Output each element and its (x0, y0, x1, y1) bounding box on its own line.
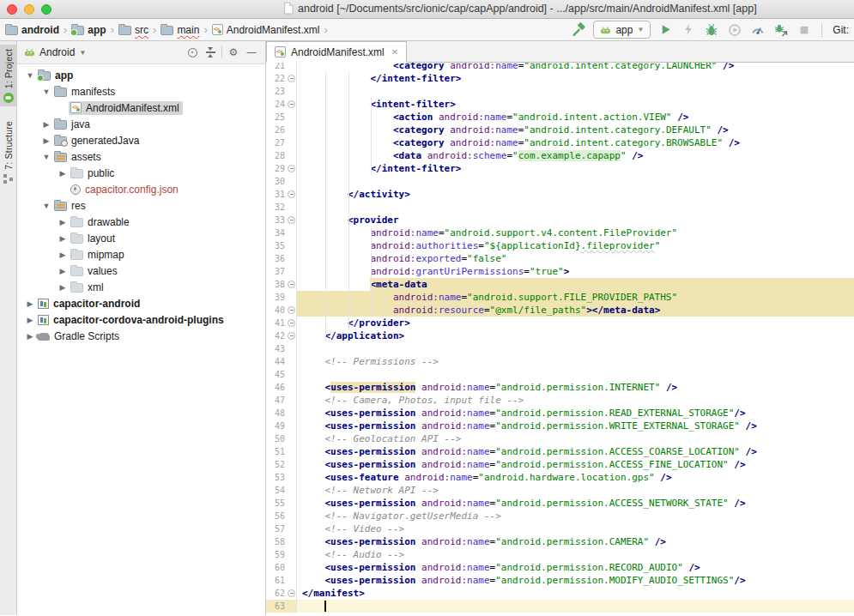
tree-expand-arrow[interactable]: ▶ (40, 136, 52, 145)
code-line-63[interactable]: 63 (266, 600, 854, 613)
code-line-57[interactable]: 57 <!-- Video --> (266, 522, 854, 535)
tree-item-layout[interactable]: ▶layout (17, 230, 265, 246)
tree-item-res[interactable]: ▼res (17, 197, 265, 214)
code-line-22[interactable]: 22 </intent-filter> (266, 72, 854, 85)
breadcrumb-item-androidmanifest-xml[interactable]: AndroidManifest.xml (212, 24, 320, 36)
collapse-all-icon[interactable] (203, 45, 217, 59)
tree-item-public[interactable]: ▶public (17, 165, 265, 181)
profile-button[interactable] (726, 21, 743, 39)
run-configuration-select[interactable]: app ▼ (593, 21, 651, 39)
sidebar-tab-project[interactable]: 1: Project (0, 45, 17, 106)
breadcrumb-item-main[interactable]: main (161, 24, 199, 36)
code-line-30[interactable]: 30 (266, 175, 854, 188)
code-line-35[interactable]: 35 android:authorities="${applicationId}… (266, 239, 854, 252)
tree-expand-arrow[interactable]: ▶ (24, 299, 36, 308)
stop-button[interactable] (796, 21, 813, 39)
tree-expand-arrow[interactable]: ▼ (40, 88, 52, 96)
code-line-49[interactable]: 49 <uses-permission android:name="androi… (266, 420, 854, 432)
tree-expand-arrow[interactable]: ▶ (57, 218, 69, 226)
code-line-23[interactable]: 23 (266, 85, 854, 98)
tree-expand-arrow[interactable]: ▶ (40, 120, 52, 129)
code-line-25[interactable]: 25 <action android:name="android.intent.… (266, 111, 854, 124)
tree-expand-arrow[interactable]: ▼ (40, 202, 52, 210)
code-line-32[interactable]: 32 (266, 201, 854, 214)
code-editor-area[interactable]: 21 <category android:name="android.inten… (266, 63, 854, 615)
tree-expand-arrow[interactable]: ▶ (57, 251, 69, 259)
tree-item-capacitor-cordova-android-plugins[interactable]: ▶capacitor-cordova-android-plugins (17, 311, 265, 328)
tree-item-drawable[interactable]: ▶drawable (17, 214, 265, 230)
breadcrumb-item-app[interactable]: app (71, 24, 106, 36)
code-line-47[interactable]: 47 <!-- Camera, Photos, input file --> (266, 394, 854, 407)
code-line-44[interactable]: 44 <!-- Permissions --> (266, 355, 854, 368)
project-view-select[interactable]: Android (39, 46, 75, 58)
code-line-42[interactable]: 42 </application> (266, 329, 854, 342)
debug-button[interactable] (703, 21, 720, 39)
code-line-58[interactable]: 58 <uses-permission android:name="androi… (266, 535, 854, 548)
minimize-window-button[interactable] (24, 4, 34, 15)
code-line-60[interactable]: 60 <uses-permission android:name="androi… (266, 561, 854, 574)
tree-expand-arrow[interactable]: ▶ (24, 316, 36, 324)
tree-expand-arrow[interactable]: ▶ (57, 267, 69, 275)
breadcrumb-item-src[interactable]: src (118, 24, 148, 36)
tree-item-manifests[interactable]: ▼manifests (17, 83, 265, 100)
tree-expand-arrow[interactable]: ▶ (57, 283, 69, 292)
code-line-37[interactable]: 37 android:grantUriPermissions="true"> (266, 265, 854, 278)
code-line-51[interactable]: 51 <uses-permission android:name="androi… (266, 445, 854, 458)
code-line-28[interactable]: 28 <data android:scheme="com.example.cap… (266, 149, 854, 162)
code-line-50[interactable]: 50 <!-- Geolocation API --> (266, 432, 854, 445)
code-line-55[interactable]: 55 <uses-permission android:name="androi… (266, 497, 854, 510)
tree-expand-arrow[interactable]: ▶ (57, 234, 69, 243)
code-line-48[interactable]: 48 <uses-permission android:name="androi… (266, 407, 854, 420)
fold-icon[interactable] (288, 319, 295, 327)
tree-expand-arrow[interactable]: ▶ (57, 169, 69, 178)
fold-icon[interactable] (288, 75, 295, 82)
code-line-31[interactable]: 31 </activity> (266, 188, 854, 201)
tree-item-app[interactable]: ▼app (17, 67, 265, 83)
settings-gear-icon[interactable]: ⚙ (227, 45, 240, 59)
code-line-52[interactable]: 52 <uses-permission android:name="androi… (266, 458, 854, 471)
code-line-54[interactable]: 54 <!-- Network API --> (266, 484, 854, 497)
code-line-36[interactable]: 36 android:exported="false" (266, 252, 854, 265)
tree-expand-arrow[interactable]: ▶ (24, 332, 36, 341)
tree-item-assets[interactable]: ▼assets (17, 148, 265, 165)
fold-icon[interactable] (288, 589, 295, 597)
fold-icon[interactable] (288, 332, 295, 340)
code-line-27[interactable]: 27 <category android:name="android.inten… (266, 136, 854, 149)
breadcrumb-item-android[interactable]: android (5, 24, 59, 36)
tree-item-androidmanifest-xml[interactable]: AndroidManifest.xml (17, 100, 265, 116)
sidebar-tab-structure[interactable]: 7: Structure (0, 117, 17, 187)
tree-item-capacitor-android[interactable]: ▶capacitor-android (17, 295, 265, 311)
fold-icon[interactable] (288, 306, 295, 314)
code-line-21[interactable]: 21 <category android:name="android.inten… (266, 63, 854, 72)
fold-icon[interactable] (288, 216, 295, 224)
hide-panel-icon[interactable]: — (245, 45, 258, 59)
build-hammer-icon[interactable] (570, 21, 587, 39)
tree-item-java[interactable]: ▶java (17, 116, 265, 132)
fold-icon[interactable] (288, 190, 295, 198)
editor-tab-androidmanifest[interactable]: AndroidManifest.xml ✕ (266, 41, 407, 63)
code-line-34[interactable]: 34 android:name="android.support.v4.cont… (266, 226, 854, 239)
fold-icon[interactable] (288, 100, 295, 108)
zoom-window-button[interactable] (41, 4, 51, 15)
code-line-62[interactable]: 62</manifest> (266, 587, 854, 600)
tree-item-gradle-scripts[interactable]: ▶Gradle Scripts (17, 328, 265, 344)
tree-item-values[interactable]: ▶values (17, 263, 265, 279)
fold-icon[interactable] (288, 281, 295, 288)
locate-file-icon[interactable] (185, 45, 199, 59)
apply-changes-icon[interactable] (680, 21, 697, 39)
tree-item-generatedjava[interactable]: ▶generatedJava (17, 132, 265, 148)
code-line-40[interactable]: 40 android:resource="@xml/file_paths"></… (266, 304, 854, 317)
code-line-26[interactable]: 26 <category android:name="android.inten… (266, 124, 854, 136)
code-line-39[interactable]: 39 android:name="android.support.FILE_PR… (266, 291, 854, 304)
tree-expand-arrow[interactable]: ▼ (40, 153, 52, 161)
code-line-59[interactable]: 59 <!-- Audio --> (266, 548, 854, 561)
run-button[interactable] (657, 21, 674, 39)
profiler-gauge-icon[interactable] (749, 21, 766, 39)
code-line-46[interactable]: 46 <uses-permission android:name="androi… (266, 381, 854, 394)
tree-item-xml[interactable]: ▶xml (17, 279, 265, 295)
code-line-53[interactable]: 53 <uses-feature android:name="android.h… (266, 471, 854, 484)
fold-icon[interactable] (288, 165, 295, 172)
tree-expand-arrow[interactable]: ▼ (24, 71, 36, 80)
code-line-38[interactable]: 38 <meta-data (266, 278, 854, 291)
code-line-24[interactable]: 24 <intent-filter> (266, 98, 854, 111)
